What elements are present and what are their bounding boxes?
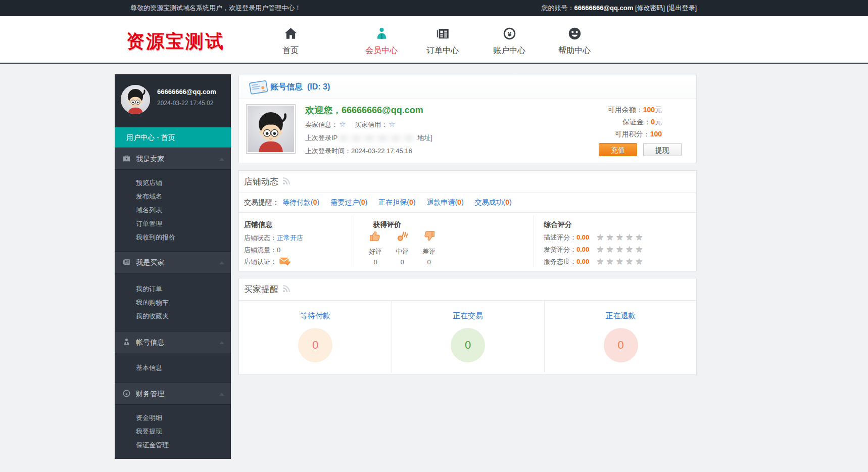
account-label: 您的账号： xyxy=(542,4,574,12)
nav-home-label: 首页 xyxy=(260,45,321,56)
page: 尊敬的资源宝测试域名系统用户，欢迎登录用户管理中心！ 您的账号：66666666… xyxy=(0,0,868,472)
sidebar-item-fund-details[interactable]: 资金明细 xyxy=(115,411,231,424)
collapse-arrow-icon[interactable] xyxy=(219,261,224,264)
shop-activity-header: 店铺动态 xyxy=(239,171,696,193)
nav-member-center[interactable]: 会员中心 xyxy=(351,25,412,56)
nav-home[interactable]: 首页 xyxy=(260,25,321,56)
collapse-arrow-icon[interactable] xyxy=(219,393,224,396)
trade-reminder-label: 交易提醒： xyxy=(244,193,279,212)
in-trade-column: 正在交易 0 xyxy=(392,301,544,374)
balance-row: 可用余额：100元 xyxy=(608,104,662,116)
in-trade-count: 0 xyxy=(451,328,485,362)
waiting-payment-column: 等待付款 0 xyxy=(239,301,392,374)
buyer-reminder-panel: 买家提醒 等待付款 0 正在交易 0 正在退款 0 xyxy=(238,278,697,375)
shop-traffic-row: 店铺流量：0 xyxy=(244,246,280,255)
sidebar-section-account-info[interactable]: 帐号信息 xyxy=(115,331,231,353)
divider xyxy=(352,215,352,267)
order-icon xyxy=(412,25,473,41)
member-icon xyxy=(351,25,412,41)
buyer-reminder-header: 买家提醒 xyxy=(239,278,696,301)
sidebar-item-withdraw[interactable]: 我要提现 xyxy=(115,424,231,438)
link-refund-request[interactable]: 退款申请(0) xyxy=(426,193,463,212)
sidebar-item-preview-shop[interactable]: 预览店铺 xyxy=(115,176,231,190)
sidebar-item-domain-list[interactable]: 域名列表 xyxy=(115,203,231,217)
rating-count: 0 xyxy=(389,258,415,266)
neutral-rating-item: 中评 0 xyxy=(389,229,415,266)
link-trade-success[interactable]: 交易成功(0) xyxy=(475,193,512,212)
shop-cert-row: 店铺认证： xyxy=(244,257,291,267)
blurred-ip xyxy=(340,135,415,141)
rating-label: 好评 xyxy=(362,247,389,256)
sidebar-section-seller[interactable]: 我是卖家 xyxy=(115,148,231,170)
points-row: 可用积分：100 xyxy=(608,128,662,140)
change-password-link[interactable]: [修改密码] xyxy=(635,4,665,12)
recharge-button[interactable]: 充值 xyxy=(599,143,637,156)
sidebar-item-received-offers[interactable]: 我收到的报价 xyxy=(115,230,231,244)
link-need-transfer[interactable]: 需要过户(0) xyxy=(330,193,367,212)
nav-order-center[interactable]: 订单中心 xyxy=(412,25,473,56)
sidebar-item-basic-info[interactable]: 基本信息 xyxy=(115,361,231,374)
sidebar-item-publish-domain[interactable]: 发布域名 xyxy=(115,190,231,203)
sidebar-section-buyer[interactable]: 我是买家 xyxy=(115,251,231,273)
divider xyxy=(534,215,534,267)
shop-activity-panel: 店铺动态 交易提醒： 等待付款(0) 需要过户(0) 正在担保(0) 退款申请(… xyxy=(238,170,697,271)
account-info-header: 账号信息 (ID: 3) xyxy=(239,75,696,99)
star-rating-icons: ★★★★★ xyxy=(596,233,645,243)
header: 资源宝测试 首页 会员中心 订单中心 ¥ 账户中心 xyxy=(0,16,868,64)
trade-links: 等待付款(0) 需要过户(0) 正在担保(0) 退款申请(0) 交易成功(0) xyxy=(282,193,512,212)
help-icon xyxy=(544,25,605,41)
account-info-panel: 账号信息 (ID: 3) 欢迎您，66666666@qq.com 卖家信息：☆ … xyxy=(238,75,697,163)
rating-label: 差评 xyxy=(416,247,442,256)
waiting-payment-link[interactable]: 等待付款 xyxy=(239,311,392,321)
sidebar-section-title: 财务管理 xyxy=(136,383,164,404)
score-row-service: 服务态度：0.00★★★★★ xyxy=(544,257,645,267)
sidebar-item-deposit-manage[interactable]: 保证金管理 xyxy=(115,438,231,452)
good-rating-item: 好评 0 xyxy=(362,229,389,266)
sidebar-item-order-manage[interactable]: 订单管理 xyxy=(115,217,231,230)
sidebar-section-finance[interactable]: ¥ 财务管理 xyxy=(115,383,231,405)
link-waiting-payment[interactable]: 等待付款(0) xyxy=(282,193,319,212)
ok-hand-icon xyxy=(396,235,409,244)
score-row-description: 描述评分：0.00★★★★★ xyxy=(544,232,645,243)
sidebar-item-my-cart[interactable]: 我的购物车 xyxy=(115,296,231,309)
in-trade-link[interactable]: 正在交易 xyxy=(392,311,544,321)
topbar-account-area: 您的账号：66666666@qq.com [修改密码] [退出登录] xyxy=(542,0,697,16)
panel-title: 买家提醒 xyxy=(244,278,290,301)
collapse-arrow-icon[interactable] xyxy=(219,158,224,161)
id-card-icon xyxy=(248,79,268,97)
buyer-credit-label: 买家信用： xyxy=(355,121,388,128)
withdraw-button[interactable]: 提现 xyxy=(643,143,682,156)
ratings-title: 获得评价 xyxy=(373,220,401,229)
nav-account-label: 账户中心 xyxy=(479,45,540,56)
topbar-welcome-text: 尊敬的资源宝测试域名系统用户，欢迎登录用户管理中心！ xyxy=(130,0,301,16)
refunding-count: 0 xyxy=(604,328,638,362)
nav-help-center[interactable]: 帮助中心 xyxy=(544,25,605,56)
user-avatar xyxy=(246,104,296,154)
envelope-check-icon xyxy=(279,260,291,267)
user-icon xyxy=(123,338,130,348)
bad-rating-item: 差评 0 xyxy=(416,229,442,266)
rating-count: 0 xyxy=(362,258,389,266)
rating-label: 中评 xyxy=(389,247,415,256)
panel-title: 账号信息 (ID: 3) xyxy=(270,75,330,99)
refunding-link[interactable]: 正在退款 xyxy=(544,311,697,321)
star-rating-icons: ★★★★★ xyxy=(596,257,645,267)
nav-help-label: 帮助中心 xyxy=(544,45,605,56)
nav-account-center[interactable]: ¥ 账户中心 xyxy=(479,25,540,56)
newspaper-icon xyxy=(123,258,130,268)
avatar xyxy=(121,85,150,114)
sidebar-item-my-orders[interactable]: 我的订单 xyxy=(115,282,231,296)
shop-status-link[interactable]: 正常开店 xyxy=(277,234,303,242)
site-logo[interactable]: 资源宝测试 xyxy=(126,29,225,54)
star-badge-icon: ☆ xyxy=(339,120,346,128)
sidebar-item-user-center-home[interactable]: 用户中心 - 首页 xyxy=(115,127,231,148)
buyer-columns: 等待付款 0 正在交易 0 正在退款 0 xyxy=(239,301,696,374)
collapse-arrow-icon[interactable] xyxy=(219,341,224,344)
sidebar-section-account-items: 基本信息 xyxy=(115,353,231,383)
briefcase-icon xyxy=(123,155,130,164)
sidebar: 66666666@qq.com 2024-03-22 17:45:02 用户中心… xyxy=(115,74,231,455)
thumb-down-icon xyxy=(422,235,436,244)
link-in-escrow[interactable]: 正在担保(0) xyxy=(378,193,415,212)
logout-link[interactable]: [退出登录] xyxy=(667,4,697,12)
sidebar-item-my-favorites[interactable]: 我的收藏夹 xyxy=(115,309,231,323)
